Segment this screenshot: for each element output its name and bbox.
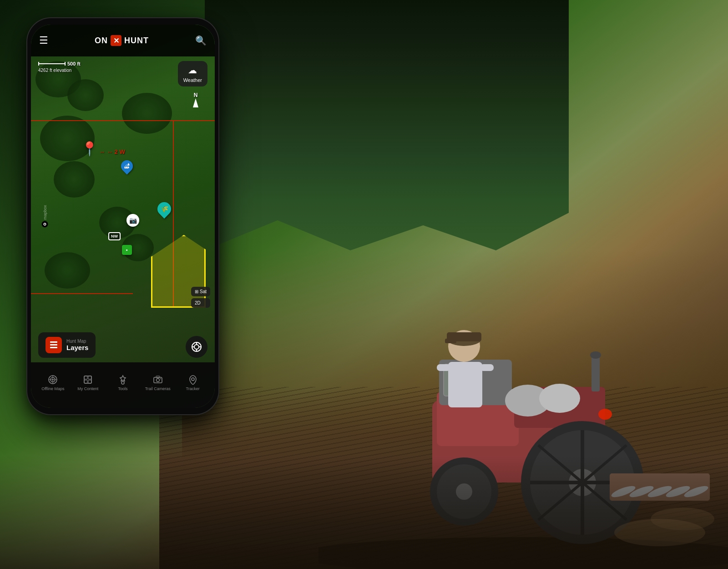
svg-point-33 xyxy=(598,409,612,420)
nav-tools-label: Tools xyxy=(118,386,127,391)
app-header: ☰ ON ✕ HUNT 🔍 xyxy=(31,25,215,56)
phone-shell: ↔ ↔ 2 W mapbox 📍 xyxy=(27,18,218,414)
phone-device: ↔ ↔ 2 W mapbox 📍 xyxy=(27,18,218,414)
target-button[interactable] xyxy=(186,336,207,358)
tools-icon xyxy=(117,375,128,385)
sat-btn[interactable]: ⊞ Sat xyxy=(191,287,210,296)
app-logo: ON ✕ HUNT xyxy=(95,35,149,46)
bottom-toolbar: Offline Maps My Content xyxy=(31,362,215,408)
distance-arrow-icon: ↔ xyxy=(99,148,105,155)
view-2d-btn[interactable]: 2D xyxy=(191,298,210,308)
weather-label: Weather xyxy=(183,77,202,83)
bottom-nav: Offline Maps My Content xyxy=(31,362,215,408)
elevation-text: 4262 ft elevation xyxy=(38,68,81,73)
pin-teal[interactable]: 🌾 xyxy=(157,202,171,216)
nav-my-content[interactable]: My Content xyxy=(71,375,106,391)
forest-patch-4 xyxy=(54,161,95,198)
svg-point-62 xyxy=(160,378,161,379)
svg-rect-53 xyxy=(84,376,91,383)
map-controls: ⊞ Sat 2D xyxy=(191,287,210,308)
svg-rect-13 xyxy=(437,364,450,371)
scale-line xyxy=(38,63,66,64)
green-square-icon: ▪ xyxy=(122,245,132,255)
nav-tracker-label: Tracker xyxy=(186,386,200,391)
pin-blue[interactable]: 🏕 xyxy=(121,160,133,172)
svg-point-58 xyxy=(121,381,124,384)
distance-label: ↔ ↔ 2 W xyxy=(99,148,125,155)
svg-point-63 xyxy=(192,378,194,381)
boundary-horizontal-top xyxy=(31,120,215,121)
scale-bar: 500 ft xyxy=(38,61,81,66)
svg-point-43 xyxy=(194,345,199,349)
forest-patch-7 xyxy=(45,252,90,289)
nav-tools[interactable]: Tools xyxy=(106,375,141,391)
logo-on-text: ON xyxy=(95,36,108,46)
svg-rect-12 xyxy=(448,362,482,407)
my-content-icon xyxy=(82,375,93,385)
layers-main-label: Layers xyxy=(66,344,88,351)
svg-point-60 xyxy=(156,379,159,382)
compass-north-label: N xyxy=(194,92,198,98)
logo-hunt-text: HUNT xyxy=(124,36,149,46)
forest-patch-5 xyxy=(122,93,172,134)
pin-camera[interactable]: 📷 xyxy=(126,214,139,227)
sat-icon: ⊞ xyxy=(195,289,198,294)
scale-text: 500 ft xyxy=(67,61,81,66)
svg-point-35 xyxy=(539,384,580,413)
blue-pin-icon: 🏕 xyxy=(124,163,130,169)
weather-icon: ☁ xyxy=(188,65,197,76)
mapbox-label: mapbox xyxy=(43,205,47,219)
nav-tracker[interactable]: Tracker xyxy=(175,375,210,391)
layers-icon xyxy=(46,337,62,353)
trail-cameras-icon xyxy=(152,375,163,385)
phone-screen: ↔ ↔ 2 W mapbox 📍 xyxy=(31,25,215,408)
scale-indicator: 500 ft 4262 ft elevation xyxy=(38,61,81,73)
forest-patch-2 xyxy=(67,79,104,111)
pin-yellow[interactable]: 📍 xyxy=(81,142,98,156)
nw-marker-label: NW xyxy=(108,232,121,240)
layers-text: Hunt Map Layers xyxy=(66,339,88,351)
search-button[interactable]: 🔍 xyxy=(195,35,207,46)
weather-button[interactable]: ☁ Weather xyxy=(178,61,207,86)
mapbox-attribution: mapbox xyxy=(42,205,48,227)
compass[interactable]: N xyxy=(187,93,205,111)
svg-point-5 xyxy=(590,351,601,359)
nav-offline-maps[interactable]: Offline Maps xyxy=(35,375,71,391)
camera-pin-icon: 📷 xyxy=(129,217,137,224)
svg-rect-39 xyxy=(50,347,57,348)
mapbox-logo xyxy=(42,221,48,228)
menu-button[interactable]: ☰ xyxy=(39,36,48,46)
svg-rect-11 xyxy=(445,339,456,343)
svg-rect-4 xyxy=(592,355,600,391)
boundary-horizontal-bottom xyxy=(31,293,133,294)
teal-pin-icon: 🌾 xyxy=(161,205,168,213)
compass-arrow xyxy=(193,98,198,107)
nav-offline-maps-label: Offline Maps xyxy=(41,386,64,391)
tracker-icon xyxy=(187,375,198,385)
nav-trail-cameras-label: Trail Cameras xyxy=(145,386,171,391)
svg-point-38 xyxy=(44,224,46,225)
layers-button[interactable]: Hunt Map Layers xyxy=(38,332,96,358)
svg-rect-41 xyxy=(50,341,57,343)
svg-rect-14 xyxy=(480,364,494,371)
logo-x-badge: ✕ xyxy=(111,35,121,46)
svg-rect-40 xyxy=(50,344,57,345)
nav-trail-cameras[interactable]: Trail Cameras xyxy=(140,375,175,391)
layers-sublabel: Hunt Map xyxy=(66,339,88,344)
offline-maps-icon xyxy=(47,375,58,385)
pin-green-square[interactable]: ▪ xyxy=(122,245,132,255)
pin-nw-marker[interactable]: NW xyxy=(108,232,121,240)
bottom-gradient xyxy=(0,455,728,569)
nav-my-content-label: My Content xyxy=(77,386,98,391)
